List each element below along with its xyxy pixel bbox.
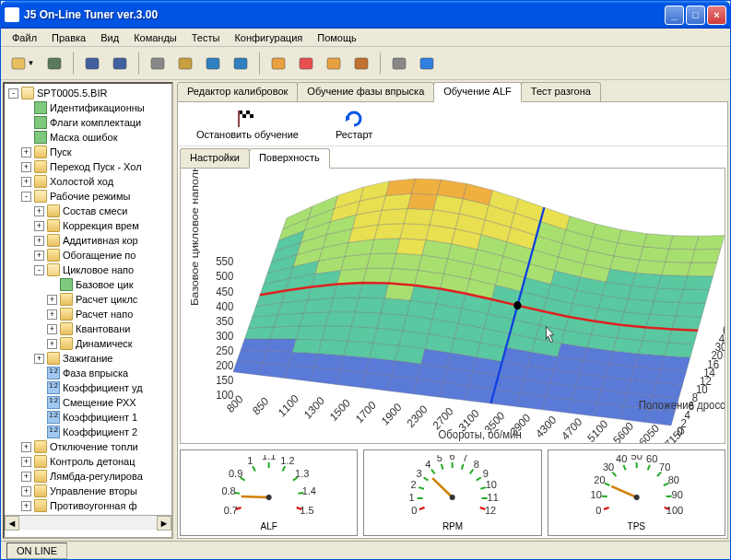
tab-3[interactable]: Тест разгона: [521, 82, 601, 102]
paste-icon[interactable]: [174, 52, 196, 75]
redo-icon[interactable]: [230, 52, 252, 75]
tree-node[interactable]: +Обогащение по: [6, 248, 170, 262]
tree-node[interactable]: +Переход Пуск - Хол: [6, 159, 170, 174]
tree-node[interactable]: Маска ошибок: [6, 130, 170, 145]
tree-node[interactable]: +Пуск: [6, 145, 170, 159]
svg-marker-76: [373, 328, 403, 345]
tree-expander[interactable]: -: [34, 265, 44, 275]
tree-node[interactable]: +Противоугонная ф: [6, 498, 170, 513]
tree-root-label[interactable]: SPT0005.5.BIR: [37, 88, 107, 99]
svg-text:200: 200: [216, 358, 233, 372]
menu-Тесты[interactable]: Тесты: [184, 30, 228, 44]
tree-expander[interactable]: +: [21, 147, 31, 158]
tree-node[interactable]: Идентификационны: [6, 100, 170, 115]
tree-node[interactable]: 1:2Смещение РХХ: [6, 395, 170, 410]
copy-icon[interactable]: [147, 52, 169, 75]
menu-Вид[interactable]: Вид: [93, 30, 126, 44]
tree-expander[interactable]: +: [21, 177, 31, 187]
menu-Конфигурация[interactable]: Конфигурация: [227, 30, 310, 44]
tree-expander[interactable]: +: [47, 324, 57, 334]
tree-node[interactable]: 1:2Фаза впрыска: [6, 366, 170, 380]
statusbar: ON LINE: [1, 541, 730, 559]
svg-marker-71: [244, 327, 274, 339]
tree-node[interactable]: +Динамическ: [6, 336, 170, 351]
undo-icon[interactable]: [202, 52, 224, 75]
tree-node[interactable]: Базовое цик: [6, 277, 170, 292]
tab-2[interactable]: Обучение ALF: [433, 82, 522, 102]
tree-expander[interactable]: -: [8, 88, 18, 99]
tree-expander[interactable]: +: [34, 236, 44, 246]
tree-node[interactable]: 1:2Коэффициент уд: [6, 380, 170, 395]
tree-node[interactable]: -Цикловое напо: [6, 262, 170, 277]
save-icon[interactable]: [81, 52, 103, 75]
svg-marker-238: [640, 247, 669, 262]
chip-icon[interactable]: [43, 52, 65, 75]
subtab-0[interactable]: Настройки: [180, 148, 250, 169]
tree-expander[interactable]: +: [21, 472, 31, 482]
folder-open-icon[interactable]: ▼: [6, 52, 38, 75]
tree-panel[interactable]: -SPT0005.5.BIRИдентификационныФлаги комп…: [3, 82, 173, 539]
status-text: ON LINE: [6, 542, 67, 559]
tree-node[interactable]: +Зажигание: [6, 351, 170, 366]
tree-node[interactable]: +Контроль детонац: [6, 454, 170, 469]
menu-Команды[interactable]: Команды: [126, 30, 184, 44]
tab-0[interactable]: Редактор калибровок: [177, 82, 298, 102]
tree-expander[interactable]: +: [34, 354, 44, 364]
svg-marker-256: [669, 236, 699, 250]
engine-icon[interactable]: [350, 52, 372, 75]
tree-node[interactable]: 1:2Коэффициент 1: [6, 410, 170, 425]
tree-node[interactable]: +Управление вторы: [6, 484, 170, 498]
tree-node[interactable]: +Отключение топли: [6, 439, 170, 454]
tree-node[interactable]: +Расчет напо: [6, 307, 170, 321]
tree-scrollbar[interactable]: ◄ ►: [5, 515, 171, 530]
menu-Помощь[interactable]: Помощь: [310, 30, 364, 44]
tree-node[interactable]: +Расчет циклс: [6, 292, 170, 307]
tree-expander[interactable]: +: [21, 486, 31, 496]
menu-Файл[interactable]: Файл: [5, 30, 44, 44]
tree-node[interactable]: +Лямбда-регулирова: [6, 469, 170, 484]
tree-label: Коэффициент 2: [63, 426, 137, 438]
tree-expander[interactable]: +: [34, 221, 44, 231]
tab-1[interactable]: Обучение фазы впрыска: [297, 82, 434, 102]
tree-expander[interactable]: +: [21, 457, 31, 467]
tree-node[interactable]: +Квантовани: [6, 321, 170, 336]
surface-chart[interactable]: 100150200250300350400450500550Базовое ци…: [180, 168, 725, 444]
close-button[interactable]: ×: [707, 6, 726, 25]
svg-marker-57: [318, 340, 348, 356]
maximize-button[interactable]: □: [686, 6, 705, 25]
svg-rect-17: [250, 114, 253, 118]
svg-text:0: 0: [595, 505, 601, 516]
tree-node[interactable]: -Рабочие режимы: [6, 189, 170, 204]
save-as-icon[interactable]: [109, 52, 131, 75]
minimize-button[interactable]: _: [665, 6, 684, 25]
tree-expander[interactable]: +: [47, 295, 57, 305]
connect-icon[interactable]: [267, 52, 289, 75]
menu-Правка[interactable]: Правка: [44, 30, 93, 44]
tree-expander[interactable]: +: [34, 251, 44, 261]
tree-expander[interactable]: +: [47, 309, 57, 320]
tree-node[interactable]: +Состав смеси: [6, 204, 170, 218]
tree-node[interactable]: +Аддитивная кор: [6, 233, 170, 248]
folder-icon: [34, 470, 47, 483]
tree-expander[interactable]: +: [34, 206, 44, 216]
tree-expander[interactable]: +: [21, 162, 31, 172]
tree-expander[interactable]: +: [47, 339, 57, 349]
svg-text:400: 400: [216, 299, 233, 313]
tree-expander[interactable]: +: [21, 442, 31, 452]
tools-icon[interactable]: [388, 52, 410, 75]
disconnect-icon[interactable]: [295, 52, 317, 75]
tree-node[interactable]: +Коррекция врем: [6, 218, 170, 233]
tree-expander[interactable]: -: [21, 192, 31, 202]
tree-expander[interactable]: +: [21, 501, 31, 511]
subtab-1[interactable]: Поверхность: [249, 148, 330, 169]
restart-button[interactable]: Рестарт: [336, 109, 372, 140]
tree-node[interactable]: 1:2Коэффициент 2: [6, 425, 170, 439]
stop-learning-button[interactable]: Остановить обучение: [196, 109, 299, 140]
svg-text:1.2: 1.2: [280, 455, 294, 466]
reload-icon[interactable]: [323, 52, 345, 75]
scroll-left-button[interactable]: ◄: [5, 516, 19, 531]
tree-node[interactable]: Флаги комплектаци: [6, 115, 170, 130]
tree-node[interactable]: +Холостой ход: [6, 174, 170, 189]
scroll-right-button[interactable]: ►: [157, 516, 171, 531]
help-icon[interactable]: [416, 52, 438, 75]
